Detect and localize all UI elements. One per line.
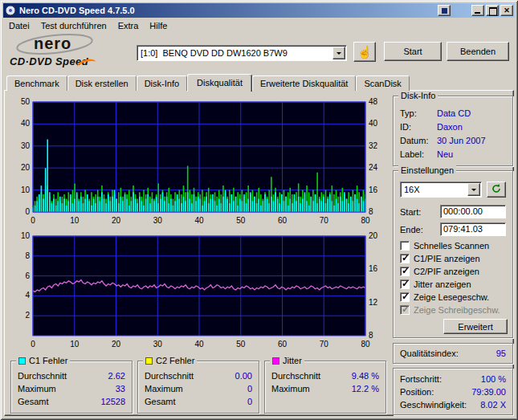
chevron-down-icon[interactable] xyxy=(332,47,345,59)
tab-strip: Benchmark Disk erstellen Disk-Info Diskq… xyxy=(6,73,410,91)
hand-icon: ☝ xyxy=(357,45,373,59)
end-time-field[interactable]: 079:41.03 xyxy=(440,222,506,236)
tab-scandisk[interactable]: ScanDisk xyxy=(356,75,409,91)
minimize-button[interactable] xyxy=(471,5,484,16)
checkbox-jitter-anzeigen[interactable]: Jitter anzeigen xyxy=(400,279,509,290)
svg-text:20: 20 xyxy=(112,340,121,349)
c2-legend-group: C2 Fehler Durchschnitt 0.00 Maximum 0 Ge… xyxy=(137,361,259,414)
disk-info-group: Disk-Info Typ: Data CD ID: Daxon Datum: … xyxy=(393,96,513,166)
menu-item-hilfe[interactable]: Hilfe xyxy=(144,19,173,32)
checkbox-icon xyxy=(400,279,410,289)
svg-text:40: 40 xyxy=(21,119,31,128)
nero-logo-brand: nero xyxy=(34,35,71,53)
start-time-field[interactable]: 000:00.00 xyxy=(440,205,506,218)
svg-text:10: 10 xyxy=(21,186,31,194)
settings-group: Einstellungen 16X Start: 000:00.00 Ende:… xyxy=(393,170,513,338)
svg-text:20: 20 xyxy=(369,231,378,240)
svg-text:4: 4 xyxy=(25,291,30,300)
tab-benchmark[interactable]: Benchmark xyxy=(6,75,67,91)
svg-text:20: 20 xyxy=(21,163,31,172)
svg-text:10: 10 xyxy=(70,340,80,349)
jitter-legend-title: Jitter xyxy=(270,356,304,366)
quality-index-box: Qualitätsindex: 95 xyxy=(393,343,513,364)
tab-erweiterte-diskqualitaet[interactable]: Erweiterte Diskqualität xyxy=(252,75,356,91)
menu-item-test-durchfuehren[interactable]: Test durchführen xyxy=(35,19,112,32)
svg-text:0: 0 xyxy=(31,340,35,349)
svg-text:70: 70 xyxy=(320,340,329,349)
hand-button[interactable]: ☝ xyxy=(353,42,376,62)
maximize-button[interactable] xyxy=(486,5,499,16)
titlebar-extra-icon xyxy=(438,5,451,16)
svg-text:20: 20 xyxy=(112,216,121,225)
disk-info-row-id: ID: Daxon xyxy=(400,121,506,133)
disk-info-row-typ: Typ: Data CD xyxy=(400,108,506,119)
c1-total-row: Gesamt 12528 xyxy=(18,396,125,407)
svg-text:16: 16 xyxy=(369,186,378,194)
svg-text:30: 30 xyxy=(153,216,163,225)
c1-legend-group: C1 Fehler Durchschnitt 2.62 Maximum 33 G… xyxy=(10,361,133,414)
app-icon xyxy=(5,5,16,16)
app-window: Nero CD-DVD Speed 4.7.5.0 Datei Test dur… xyxy=(0,0,518,420)
quit-button[interactable]: Beenden xyxy=(447,42,509,61)
progress-box: Fortschritt: 100 % Position: 79:39.00 Ge… xyxy=(393,368,513,415)
jitter-legend-group: Jitter Durchschnitt 9.48 % Maximum 12.2 … xyxy=(264,361,386,414)
chevron-down-icon[interactable] xyxy=(467,183,480,196)
c2-avg-row: Durchschnitt 0.00 xyxy=(145,370,252,381)
end-time-label: Ende: xyxy=(400,225,423,234)
disk-info-row-label: Label: Neu xyxy=(400,149,506,160)
svg-text:60: 60 xyxy=(278,216,288,225)
svg-text:40: 40 xyxy=(194,340,204,349)
checkbox-schnelles-scannen[interactable]: Schnelles Scannen xyxy=(400,240,509,251)
tab-disk-info[interactable]: Disk-Info xyxy=(137,75,187,91)
start-button[interactable]: Start xyxy=(384,42,442,61)
svg-text:8: 8 xyxy=(369,207,373,216)
jitter-color-swatch xyxy=(272,357,279,365)
tab-diskqualitaet[interactable]: Diskqualität xyxy=(187,74,252,92)
c1-legend-title: C1 Fehler xyxy=(16,356,70,366)
jitter-max-row: Maximum 12.2 % xyxy=(271,383,379,394)
svg-text:70: 70 xyxy=(320,216,329,225)
c2-max-row: Maximum 0 xyxy=(145,383,252,394)
svg-text:0: 0 xyxy=(25,207,30,216)
jitter-avg-row: Durchschnitt 9.48 % xyxy=(271,370,379,381)
svg-text:30: 30 xyxy=(21,141,31,150)
window-title: Nero CD-DVD Speed 4.7.5.0 xyxy=(19,6,436,15)
position-row: Position: 79:39.00 xyxy=(400,386,506,398)
checkbox-c1-pie-anzeigen[interactable]: C1/PIE anzeigen xyxy=(400,253,509,264)
tab-disk-erstellen[interactable]: Disk erstellen xyxy=(67,75,137,91)
start-time-label: Start: xyxy=(400,207,421,217)
svg-text:6: 6 xyxy=(25,271,30,280)
svg-text:50: 50 xyxy=(236,340,246,349)
svg-text:10: 10 xyxy=(70,216,80,225)
svg-text:80: 80 xyxy=(361,216,370,225)
menu-item-datei[interactable]: Datei xyxy=(3,19,35,32)
svg-text:32: 32 xyxy=(369,141,378,150)
checkbox-zeige-lesegeschw[interactable]: Zeige Lesegeschw. xyxy=(400,292,509,303)
svg-text:2: 2 xyxy=(25,311,30,320)
c2-legend-title: C2 Fehler xyxy=(143,356,197,366)
jitter-chart: 246810812162001020304050607080 xyxy=(10,231,386,352)
quality-index-row: Qualitätsindex: 95 xyxy=(400,348,506,359)
advanced-button[interactable]: Erweitert xyxy=(443,319,508,334)
drive-select[interactable]: [1:0] BENQ DVD DD DW1620 B7W9 xyxy=(137,45,347,61)
svg-text:50: 50 xyxy=(236,216,246,225)
disk-info-title: Disk-Info xyxy=(398,91,438,101)
svg-text:16: 16 xyxy=(369,264,378,273)
scan-speed-select[interactable]: 16X xyxy=(400,181,482,198)
c2-color-swatch xyxy=(145,357,153,365)
svg-text:80: 80 xyxy=(361,340,370,349)
c1-error-chart: 010203040508162432404801020304050607080 xyxy=(10,97,386,228)
menu-item-extra[interactable]: Extra xyxy=(112,19,145,32)
refresh-button[interactable] xyxy=(487,181,506,198)
checkbox-icon xyxy=(400,305,410,315)
nero-logo-product: CD·DVD Speed xyxy=(10,55,88,67)
checkbox-c2-pif-anzeigen[interactable]: C2/PIF anzeigen xyxy=(400,266,509,277)
svg-text:24: 24 xyxy=(369,163,378,172)
speed-row: Geschwindigkeit: 8.02 X xyxy=(400,399,506,410)
svg-text:48: 48 xyxy=(369,97,378,106)
checkbox-icon xyxy=(400,292,410,302)
svg-text:12: 12 xyxy=(369,298,378,307)
close-button[interactable] xyxy=(500,5,513,16)
disk-info-row-datum: Datum: 30 Jun 2007 xyxy=(400,135,506,146)
svg-text:8: 8 xyxy=(25,251,30,260)
